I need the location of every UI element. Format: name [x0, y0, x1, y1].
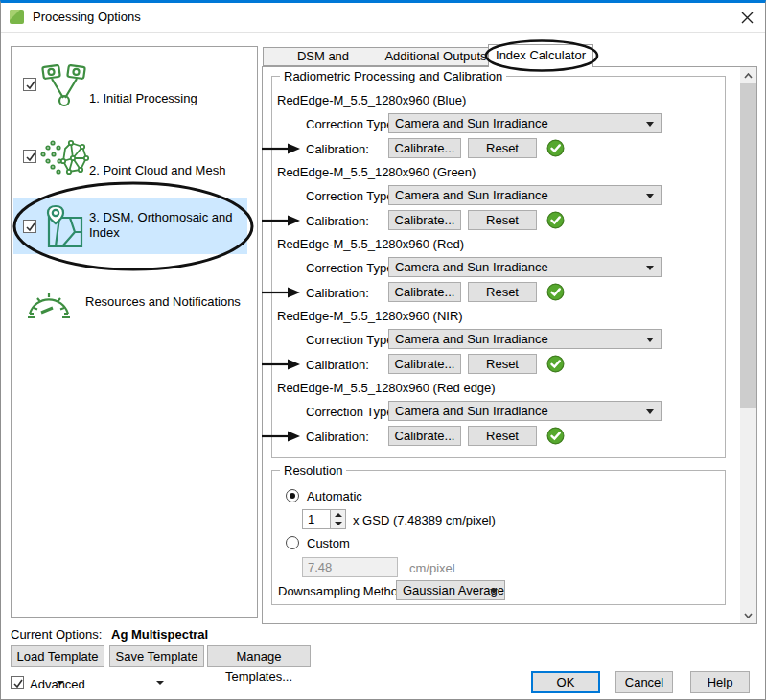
chevron-down-icon — [646, 409, 654, 414]
button-label: Save Template — [116, 649, 198, 664]
current-options-value: Ag Multispectral — [111, 627, 208, 642]
scroll-up-button[interactable] — [740, 67, 756, 83]
automatic-radio[interactable] — [286, 489, 299, 502]
advanced-label: Advanced — [30, 677, 85, 691]
calibrate-button[interactable]: Calibrate... — [388, 354, 461, 374]
correction-type-value: Camera and Sun Irradiance — [395, 260, 548, 274]
close-icon — [741, 12, 754, 24]
band-section: RedEdge-M_5.5_1280x960 (Red) Correction … — [262, 233, 731, 305]
tab-index-calculator[interactable]: Index Calculator — [488, 44, 593, 67]
chevron-down-icon — [646, 122, 654, 127]
reset-button[interactable]: Reset — [468, 354, 537, 374]
current-options-row: Current Options: Ag Multispectral — [11, 627, 208, 642]
reset-button[interactable]: Reset — [468, 210, 537, 230]
calibration-label: Calibration: — [306, 142, 369, 156]
calibrated-check-icon — [546, 139, 565, 157]
sidebar-item-initial-processing[interactable]: 1. Initial Processing — [12, 61, 256, 109]
correction-type-dropdown[interactable]: Camera and Sun Irradiance — [388, 113, 662, 133]
dsm-checkbox[interactable] — [23, 220, 36, 233]
annotation-arrow-calibration — [262, 214, 302, 227]
band-section: RedEdge-M_5.5_1280x960 (NIR) Correction … — [262, 305, 731, 377]
calibration-label: Calibration: — [306, 358, 369, 372]
chevron-down-icon — [490, 589, 498, 594]
calibration-label: Calibration: — [306, 430, 369, 444]
calibrate-button[interactable]: Calibrate... — [388, 210, 461, 230]
correction-type-label: Correction Type: — [306, 333, 397, 347]
annotation-arrow-calibration — [262, 286, 302, 299]
chevron-down-icon — [744, 613, 753, 618]
correction-type-value: Camera and Sun Irradiance — [395, 188, 548, 202]
sidebar-item-label: 1. Initial Processing — [89, 91, 197, 106]
annotation-arrow-calibration — [262, 430, 302, 443]
reset-button[interactable]: Reset — [468, 138, 537, 158]
button-label: Load Template — [16, 649, 98, 664]
chevron-down-icon — [646, 338, 654, 342]
save-template-button[interactable]: Save Template — [109, 645, 204, 667]
gsd-multiplier-spinner[interactable]: 1 — [302, 509, 346, 529]
vertical-scrollbar[interactable] — [740, 67, 756, 623]
correction-type-value: Camera and Sun Irradiance — [395, 116, 548, 130]
scrollbar-thumb[interactable] — [740, 83, 756, 408]
scroll-down-button[interactable] — [740, 607, 756, 623]
calibrate-button[interactable]: Calibrate... — [388, 282, 461, 302]
point-cloud-checkbox[interactable] — [23, 150, 36, 163]
band-section: RedEdge-M_5.5_1280x960 (Red edge) Correc… — [262, 377, 731, 449]
app-logo-icon — [9, 9, 25, 25]
correction-type-dropdown[interactable]: Camera and Sun Irradiance — [388, 401, 662, 421]
sidebar-item-point-cloud-mesh[interactable]: 2. Point Cloud and Mesh — [12, 133, 256, 181]
current-options-label: Current Options: — [11, 627, 102, 642]
check-mark-icon — [25, 222, 36, 233]
reset-button[interactable]: Reset — [468, 426, 537, 446]
correction-type-dropdown[interactable]: Camera and Sun Irradiance — [388, 329, 662, 349]
tab-label: Index Calculator — [496, 48, 586, 62]
custom-resolution-input[interactable]: 7.48 — [302, 557, 398, 577]
processing-steps-list: 1. Initial Processing 2. Point Cloud and… — [11, 46, 258, 618]
band-name: RedEdge-M_5.5_1280x960 (Red) — [277, 237, 464, 251]
sidebar-item-resources-notifications[interactable]: Resources and Notifications — [12, 277, 256, 325]
initial-processing-checkbox[interactable] — [23, 78, 36, 91]
check-mark-icon — [25, 80, 36, 91]
sidebar-item-label: 2. Point Cloud and Mesh — [89, 163, 225, 178]
chevron-down-icon — [646, 194, 654, 198]
downsampling-label: Downsampling Method: — [278, 584, 408, 598]
custom-label: Custom — [307, 536, 350, 550]
custom-radio[interactable] — [286, 536, 299, 549]
chevron-down-icon — [646, 266, 654, 270]
correction-type-value: Camera and Sun Irradiance — [395, 404, 548, 418]
resolution-groupbox: Resolution Automatic 1 x GSD (7.48389 cm… — [271, 470, 726, 605]
window-title: Processing Options — [33, 10, 141, 24]
resolution-group-title: Resolution — [280, 463, 346, 478]
calibrate-button[interactable]: Calibrate... — [388, 426, 461, 446]
calibrated-check-icon — [546, 283, 565, 301]
band-name: RedEdge-M_5.5_1280x960 (Red edge) — [277, 381, 496, 395]
advanced-checkbox[interactable] — [11, 676, 24, 689]
calibrated-check-icon — [546, 355, 565, 373]
correction-type-value: Camera and Sun Irradiance — [395, 332, 548, 346]
correction-type-label: Correction Type: — [306, 189, 397, 203]
downsampling-dropdown[interactable]: Gaussian Average — [396, 580, 505, 600]
sidebar-item-label: 3. DSM, Orthomosaic and Index — [89, 210, 250, 241]
resources-icon — [24, 279, 74, 323]
check-mark-icon — [12, 678, 24, 689]
calibrate-button[interactable]: Calibrate... — [388, 138, 461, 158]
spin-up-icon — [335, 513, 342, 517]
sidebar-item-dsm-orthomosaic-index[interactable]: 3. DSM, Orthomosaic and Index — [12, 198, 256, 254]
correction-type-label: Correction Type: — [306, 261, 397, 275]
correction-type-dropdown[interactable]: Camera and Sun Irradiance — [388, 185, 662, 205]
calibration-label: Calibration: — [306, 286, 369, 300]
correction-type-dropdown[interactable]: Camera and Sun Irradiance — [388, 257, 662, 277]
gsd-label: x GSD (7.48389 cm/pixel) — [353, 513, 496, 527]
calibrated-check-icon — [546, 427, 565, 445]
processing-options-dialog: Processing Options 1. Initial Processing — [0, 0, 766, 700]
load-template-button[interactable]: Load Template — [11, 645, 104, 667]
calibrated-check-icon — [546, 211, 565, 229]
initial-processing-icon — [41, 61, 87, 109]
dropdown-arrow-icon — [156, 681, 164, 685]
spinner-buttons[interactable] — [330, 510, 345, 528]
chevron-up-icon — [744, 73, 753, 79]
band-section: RedEdge-M_5.5_1280x960 (Blue) Correction… — [262, 89, 731, 161]
gsd-multiplier-value: 1 — [308, 512, 314, 526]
correction-type-label: Correction Type: — [306, 405, 397, 419]
correction-type-label: Correction Type: — [306, 117, 397, 131]
reset-button[interactable]: Reset — [468, 282, 537, 302]
